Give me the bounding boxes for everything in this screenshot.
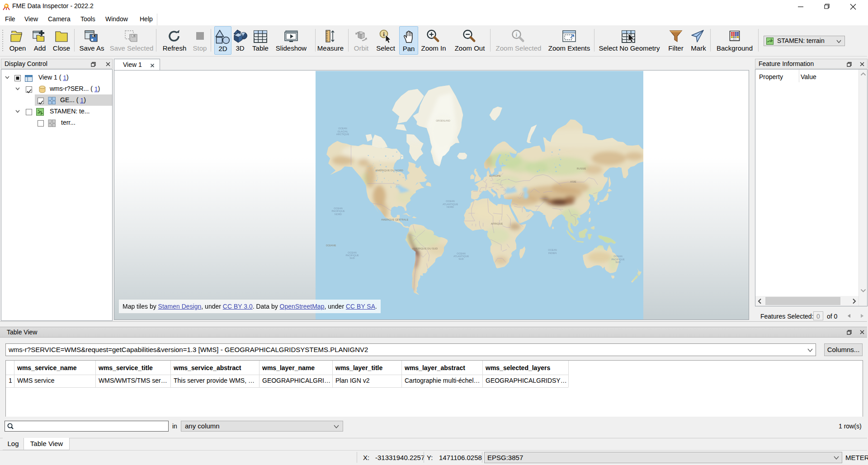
svg-text:OCEAN: OCEAN <box>446 200 455 202</box>
svg-text:NORD: NORD <box>447 206 454 208</box>
svg-text:SUD: SUD <box>458 258 464 260</box>
svg-text:OCEAN: OCEAN <box>548 249 557 251</box>
svg-text:NORD: NORD <box>335 213 342 216</box>
svg-text:AFRIQUE: AFRIQUE <box>491 222 503 225</box>
svg-text:OCEAN: OCEAN <box>338 127 347 130</box>
svg-text:EUROPE: EUROPE <box>489 174 500 177</box>
svg-text:OCEAN: OCEAN <box>613 255 623 258</box>
svg-text:GROENLAND: GROENLAND <box>436 119 450 122</box>
svg-text:PACIFIQUE: PACIFIQUE <box>331 210 345 212</box>
svg-text:RUSSIE: RUSSIE <box>577 167 586 170</box>
svg-text:OCEANIE: OCEANIE <box>326 244 336 247</box>
svg-text:INDIEN: INDIEN <box>548 252 557 254</box>
svg-text:AMERIQUE DU SUD: AMERIQUE DU SUD <box>412 247 438 250</box>
svg-text:AMERIQUE DU NORD: AMERIQUE DU NORD <box>375 169 403 172</box>
svg-text:i: i <box>383 31 385 38</box>
svg-text:AMERIQUE CENTRALE: AMERIQUE CENTRALE <box>381 218 409 221</box>
svg-text:SUD: SUD <box>349 257 355 259</box>
svg-text:ASIE: ASIE <box>570 180 576 183</box>
svg-text:SUD: SUD <box>615 261 621 263</box>
svg-text:ARCTIQUE: ARCTIQUE <box>336 133 349 136</box>
